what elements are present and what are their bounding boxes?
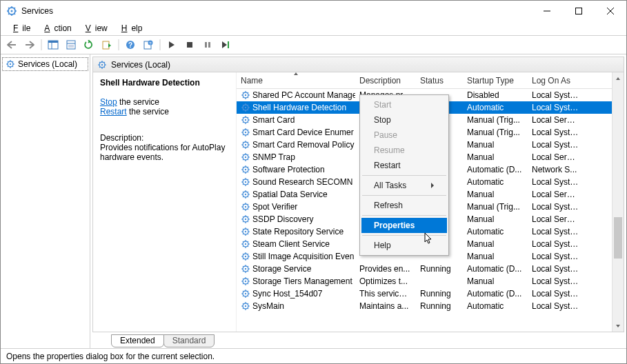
column-log-on-as[interactable]: Log On As bbox=[528, 72, 583, 88]
menu-file[interactable]: File bbox=[5, 23, 34, 34]
tab-standard[interactable]: Standard bbox=[163, 334, 215, 347]
pane-header: Services (Local) bbox=[93, 57, 624, 72]
forward-button[interactable] bbox=[21, 37, 38, 52]
table-row[interactable]: Storage ServiceProvides en...RunningAuto… bbox=[237, 263, 624, 275]
menu-view[interactable]: View bbox=[77, 23, 112, 34]
detail-pane: Shell Hardware Detection Stop the servic… bbox=[93, 72, 237, 332]
scroll-down-button[interactable] bbox=[613, 320, 624, 332]
status-text: Opens the properties dialog box for the … bbox=[6, 352, 215, 361]
svg-rect-19 bbox=[187, 42, 192, 48]
svg-point-36 bbox=[245, 144, 246, 145]
ctx-restart[interactable]: Restart bbox=[361, 158, 447, 173]
svg-rect-7 bbox=[67, 41, 75, 49]
ctx-all-tasks[interactable]: All Tasks bbox=[361, 178, 447, 193]
gear-icon bbox=[241, 239, 250, 249]
vertical-scrollbar[interactable] bbox=[612, 72, 624, 332]
svg-rect-11 bbox=[103, 41, 109, 49]
table-row[interactable]: SysMainMaintains a...RunningAutomaticLoc… bbox=[237, 300, 624, 312]
maximize-button[interactable] bbox=[563, 1, 595, 21]
ctx-stop[interactable]: Stop bbox=[361, 112, 447, 128]
start-service-button[interactable] bbox=[163, 37, 180, 52]
sort-asc-icon bbox=[293, 72, 299, 76]
stop-service-button[interactable] bbox=[181, 37, 198, 52]
description-label: Description: bbox=[100, 133, 229, 143]
gear-icon bbox=[241, 214, 250, 224]
menu-bar: File Action View Help bbox=[1, 21, 626, 35]
selected-service-name: Shell Hardware Detection bbox=[100, 78, 229, 88]
gear-icon bbox=[241, 264, 250, 274]
svg-point-26 bbox=[101, 63, 103, 65]
gear-icon bbox=[241, 202, 250, 212]
pause-service-button[interactable] bbox=[199, 37, 216, 52]
back-button[interactable] bbox=[3, 37, 20, 52]
svg-rect-21 bbox=[208, 42, 210, 48]
svg-point-62 bbox=[245, 305, 246, 307]
svg-point-54 bbox=[245, 256, 246, 257]
svg-point-60 bbox=[245, 293, 246, 294]
gear-icon bbox=[241, 115, 250, 125]
close-button[interactable] bbox=[595, 1, 626, 21]
title-bar: Services bbox=[1, 1, 626, 21]
table-row[interactable]: Storage Tiers ManagementOptimizes t...Ma… bbox=[237, 275, 624, 287]
gear-icon bbox=[241, 190, 250, 199]
svg-point-48 bbox=[245, 219, 246, 220]
svg-point-46 bbox=[245, 206, 246, 208]
tab-extended[interactable]: Extended bbox=[111, 334, 164, 347]
svg-rect-22 bbox=[228, 41, 229, 48]
left-tree-pane: Services (Local) bbox=[1, 54, 90, 348]
properties-toolbar-button[interactable] bbox=[63, 37, 79, 52]
gear-icon bbox=[241, 289, 250, 299]
svg-point-1 bbox=[11, 10, 13, 12]
svg-point-58 bbox=[245, 281, 246, 282]
tree-node-services-local[interactable]: Services (Local) bbox=[2, 57, 88, 71]
show-hide-tree-button[interactable] bbox=[45, 37, 61, 52]
gear-icon bbox=[241, 90, 250, 100]
ctx-refresh[interactable]: Refresh bbox=[361, 198, 447, 213]
help-topics-button[interactable]: ? bbox=[140, 37, 157, 52]
column-name[interactable]: Name bbox=[237, 72, 355, 88]
gear-icon bbox=[241, 227, 250, 236]
ctx-pause: Pause bbox=[361, 128, 447, 143]
column-status[interactable]: Status bbox=[416, 72, 463, 88]
stop-service-link[interactable]: Stop bbox=[100, 97, 117, 107]
svg-point-44 bbox=[245, 194, 246, 195]
right-pane: Services (Local) Shell Hardware Detectio… bbox=[92, 57, 624, 332]
menu-help[interactable]: Help bbox=[113, 23, 147, 34]
restart-service-button[interactable] bbox=[217, 37, 234, 52]
gear-icon bbox=[241, 128, 250, 137]
gear-icon bbox=[6, 59, 15, 69]
svg-point-24 bbox=[10, 63, 11, 65]
export-list-button[interactable] bbox=[99, 37, 115, 52]
svg-point-30 bbox=[245, 107, 246, 108]
services-list: Name Description Status Startup Type Log… bbox=[237, 72, 624, 332]
toolbar: ? ? bbox=[1, 35, 626, 54]
gear-icon bbox=[97, 60, 107, 70]
svg-point-34 bbox=[245, 132, 246, 133]
gear-icon bbox=[241, 165, 250, 174]
column-startup-type[interactable]: Startup Type bbox=[463, 72, 528, 88]
gear-icon bbox=[241, 252, 250, 261]
scroll-thumb[interactable] bbox=[614, 217, 622, 259]
description-text: Provides notifications for AutoPlay hard… bbox=[100, 143, 229, 162]
tree-node-label: Services (Local) bbox=[18, 59, 77, 69]
table-row[interactable]: Sync Host_154d07This service ...RunningA… bbox=[237, 287, 624, 300]
menu-action[interactable]: Action bbox=[36, 23, 75, 34]
gear-icon bbox=[241, 177, 250, 187]
help-button[interactable]: ? bbox=[122, 37, 139, 52]
chevron-right-icon bbox=[430, 183, 435, 188]
refresh-button[interactable] bbox=[81, 37, 97, 52]
svg-point-40 bbox=[245, 169, 246, 170]
minimize-button[interactable] bbox=[531, 1, 563, 21]
column-description[interactable]: Description bbox=[355, 72, 416, 88]
svg-point-28 bbox=[245, 94, 246, 96]
svg-point-50 bbox=[245, 231, 246, 232]
ctx-properties[interactable]: Properties bbox=[361, 218, 447, 233]
context-menu: Start Stop Pause Resume Restart All Task… bbox=[359, 94, 449, 256]
svg-rect-20 bbox=[205, 42, 207, 48]
svg-point-56 bbox=[245, 268, 246, 270]
restart-service-link[interactable]: Restart bbox=[100, 107, 127, 117]
list-header: Name Description Status Startup Type Log… bbox=[237, 72, 624, 89]
scroll-up-button[interactable] bbox=[613, 72, 624, 84]
gear-icon bbox=[241, 152, 250, 162]
gear-icon bbox=[241, 301, 250, 311]
